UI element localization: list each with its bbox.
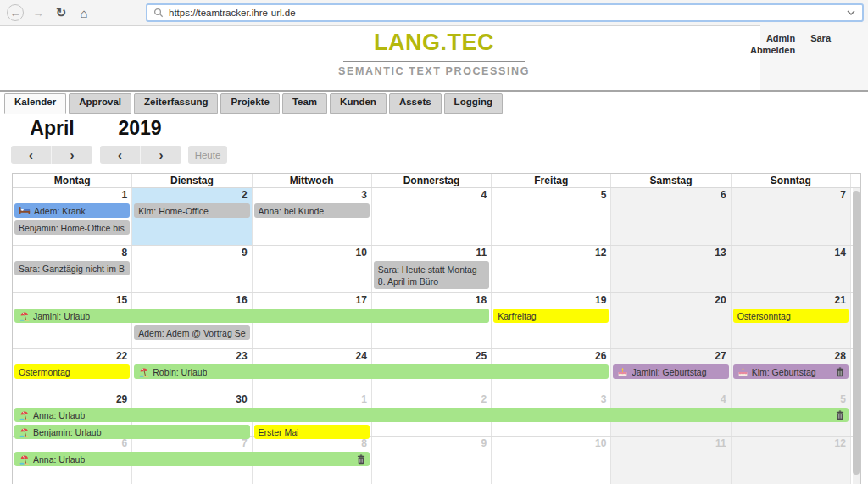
event-label: Sara: Heute statt Montag 8. April im Bür… (378, 264, 485, 287)
day-cell-11[interactable]: 11 (611, 437, 731, 484)
calendar-scrollbar[interactable] (853, 188, 860, 484)
tab-kunden[interactable]: Kunden (330, 93, 387, 114)
day-number: 8 (122, 247, 128, 259)
chevron-down-icon[interactable] (846, 9, 856, 16)
current-user-link[interactable]: Sara (810, 33, 831, 55)
day-number: 13 (715, 247, 726, 259)
event-jamini-geburtstag[interactable]: Jamini: Geburtstag (613, 364, 728, 379)
beach-icon (138, 367, 149, 377)
admin-link[interactable]: Admin (766, 33, 795, 43)
day-number: 4 (481, 189, 487, 201)
event-anna-urlaub[interactable]: Anna: Urlaub (14, 408, 849, 422)
beach-icon (19, 410, 30, 420)
day-number: 19 (595, 294, 606, 306)
event-kim-geburtstag[interactable]: Kim: Geburtstag (733, 364, 849, 379)
year-title: 2019 (100, 117, 180, 140)
tab-kalender[interactable]: Kalender (4, 93, 66, 114)
user-nav: Admin Abmelden Sara (750, 33, 831, 55)
day-cell-6[interactable]: 6 (611, 188, 731, 245)
day-number: 4 (721, 393, 726, 405)
day-header-donnerstag: Donnerstag (372, 174, 492, 187)
next-month-button[interactable]: › (52, 146, 92, 164)
day-number: 11 (476, 247, 487, 259)
app-header: LANG.TEC SEMANTIC TEXT PROCESSING Admin … (0, 26, 868, 90)
day-header-mittwoch: Mittwoch (253, 174, 372, 187)
day-cell-9[interactable]: 9 (372, 437, 492, 484)
day-header-dienstag: Dienstag (132, 174, 252, 187)
week-row-6: 6789101112Anna: Urlaub (13, 437, 860, 484)
prev-year-button[interactable]: ‹ (100, 146, 141, 164)
event-label: Ostermontag (19, 367, 70, 377)
event-ostermontag[interactable]: Ostermontag (14, 364, 130, 379)
forward-icon[interactable]: → (30, 4, 47, 21)
address-bar[interactable] (146, 3, 864, 22)
day-cell-13[interactable]: 13 (611, 246, 731, 292)
tab-zeiterfassung[interactable]: Zeiterfassung (134, 93, 218, 114)
tab-team[interactable]: Team (282, 93, 327, 114)
next-year-button[interactable]: › (141, 146, 181, 164)
month-nav-group: ‹ › (11, 146, 92, 164)
day-cell-9[interactable]: 9 (132, 246, 252, 292)
event-label: Ostersonntag (737, 311, 791, 321)
day-header-montag: Montag (13, 174, 132, 187)
event-kim-home-office[interactable]: Kim: Home-Office (134, 203, 249, 218)
address-bar-input[interactable] (169, 8, 841, 18)
event-label: Anna: Urlaub (33, 454, 85, 465)
day-cell-10[interactable]: 10 (253, 246, 372, 292)
event-robin-urlaub[interactable]: Robin: Urlaub (134, 364, 609, 379)
day-cell-20[interactable]: 20 (611, 293, 731, 348)
trash-icon[interactable] (836, 410, 844, 420)
event-sara-heute-statt-montag-8-april-im-b-ro[interactable]: Sara: Heute statt Montag 8. April im Bür… (374, 261, 489, 289)
event-label: Kim: Home-Office (138, 206, 209, 216)
event-erster-mai[interactable]: Erster Mai (254, 425, 370, 439)
event-karfreitag[interactable]: Karfreitag (493, 309, 609, 323)
event-label: Jamini: Geburtstag (632, 367, 706, 377)
app-logo: LANG.TEC (0, 30, 868, 56)
tab-projekte[interactable]: Projekte (220, 93, 279, 114)
prev-month-button[interactable]: ‹ (11, 146, 52, 164)
event-label: Sara: Ganztägig nicht im Büro (19, 264, 125, 274)
day-number: 27 (715, 350, 726, 362)
event-jamini-urlaub[interactable]: Jamini: Urlaub (14, 309, 489, 323)
day-number: 6 (122, 437, 128, 449)
beach-icon (19, 427, 30, 437)
day-cell-14[interactable]: 14 (732, 246, 851, 292)
logout-link[interactable]: Abmelden (750, 45, 795, 55)
event-sara-ganzt-gig-nicht-im-b-ro[interactable]: Sara: Ganztägig nicht im Büro (14, 261, 130, 275)
event-benjamin-urlaub[interactable]: Benjamin: Urlaub (14, 425, 250, 439)
today-button[interactable]: Heute (188, 146, 227, 164)
event-label: Erster Mai (259, 427, 299, 437)
day-cell-10[interactable]: 10 (492, 437, 611, 484)
home-icon[interactable]: ⌂ (75, 4, 92, 21)
day-cell-7[interactable]: 7 (732, 188, 851, 245)
event-label: Adem: Adem @ Vortrag Seminar (138, 328, 245, 338)
event-ostersonntag[interactable]: Ostersonntag (733, 309, 849, 323)
day-number: 10 (595, 437, 606, 449)
day-cell-5[interactable]: 5 (492, 188, 611, 245)
scrollbar-thumb[interactable] (853, 191, 860, 475)
day-number: 10 (355, 247, 366, 259)
tab-approval[interactable]: Approval (69, 93, 131, 114)
tab-logging[interactable]: Logging (444, 93, 503, 114)
day-number: 9 (481, 437, 487, 449)
trash-icon[interactable] (357, 454, 365, 465)
day-number: 7 (242, 437, 248, 449)
day-cell-12[interactable]: 12 (732, 437, 851, 484)
event-adem-krank[interactable]: Adem: Krank (14, 203, 130, 218)
event-adem-adem-vortrag-seminar[interactable]: Adem: Adem @ Vortrag Seminar (134, 325, 249, 340)
event-benjamin-home-office-bis-1200h[interactable]: Benjamin: Home-Office bis ~1200h. (14, 220, 130, 235)
event-anna-bei-kunde[interactable]: Anna: bei Kunde (254, 203, 370, 218)
event-anna-urlaub[interactable]: Anna: Urlaub (14, 452, 370, 466)
event-label: Anna: bei Kunde (259, 206, 325, 216)
day-number: 30 (236, 393, 247, 405)
search-icon (153, 8, 164, 18)
day-number: 7 (840, 189, 846, 201)
back-icon[interactable]: ← (7, 4, 24, 21)
reload-icon[interactable]: ↻ (53, 4, 70, 21)
tab-assets[interactable]: Assets (389, 93, 442, 114)
trash-icon[interactable] (836, 367, 844, 377)
week-row-4: 22232425262728OstermontagRobin: UrlaubJa… (13, 349, 860, 392)
day-cell-12[interactable]: 12 (492, 246, 611, 292)
day-number: 28 (835, 350, 846, 362)
day-cell-4[interactable]: 4 (372, 188, 492, 245)
